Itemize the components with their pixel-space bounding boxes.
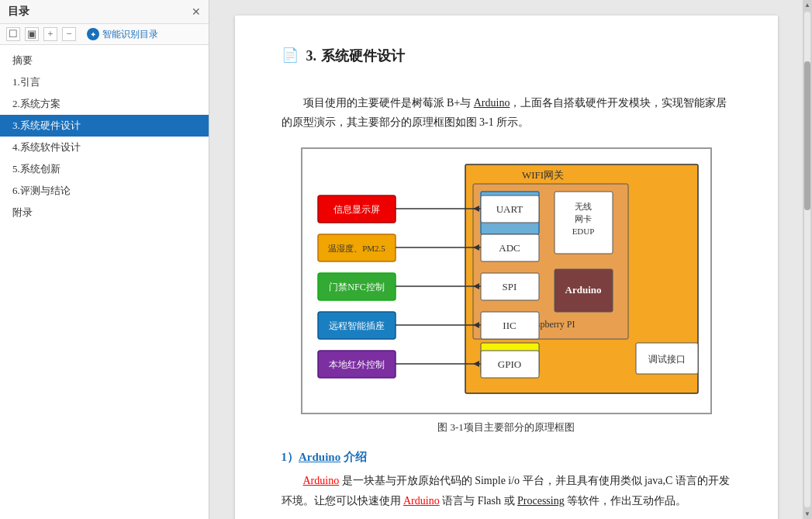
processing-ref: Processing: [517, 495, 565, 507]
page-icon: 📄: [282, 47, 299, 64]
info-display-box: 信息显示屏: [333, 204, 380, 215]
page-container[interactable]: 📄 3. 系统硬件设计 项目使用的主要硬件是树莓派 B+与 Arduino，上面…: [209, 0, 803, 519]
subsection-title: 1）Arduino 介绍: [282, 450, 731, 465]
toc-item-system[interactable]: 2.系统方案: [0, 93, 209, 115]
local-ir-box: 本地红外控制: [329, 359, 385, 370]
scroll-up-arrow[interactable]: ▲: [804, 2, 810, 9]
diagram: WIFI网关 Raspberry PI Python 无线 网卡 EDUP: [301, 147, 712, 414]
wireless-line1: 无线: [575, 202, 592, 211]
sidebar-toolbar: ☐ ▣ + − ✦ 智能识别目录: [0, 24, 209, 45]
scroll-down-arrow[interactable]: ▼: [804, 510, 810, 517]
remote-socket-box: 远程智能插座: [329, 320, 385, 331]
toc-item-software[interactable]: 4.系统软件设计: [0, 137, 209, 158]
toolbar-icon-minus[interactable]: −: [62, 27, 76, 41]
adc-box: ADC: [499, 242, 520, 254]
toc-list: 摘要1.引言2.系统方案3.系统硬件设计4.系统软件设计5.系统创新6.评测与结…: [0, 45, 209, 519]
arduino-label: Arduino: [565, 284, 601, 296]
smart-toc-label: 智能识别目录: [102, 28, 158, 41]
toolbar-icon-check[interactable]: ☐: [6, 27, 20, 41]
temp-humidity-box: 温湿度、PM2.5: [328, 244, 385, 253]
toc-item-abstract[interactable]: 摘要: [0, 50, 209, 71]
scroll-thumb: [804, 61, 810, 210]
diagram-wrapper: WIFI网关 Raspberry PI Python 无线 网卡 EDUP: [282, 147, 731, 434]
section-title: 3. 系统硬件设计: [306, 47, 406, 65]
section-number: 3.: [306, 48, 317, 64]
page-content: 📄 3. 系统硬件设计 项目使用的主要硬件是树莓派 B+与 Arduino，上面…: [235, 16, 778, 519]
sidebar-close-button[interactable]: ✕: [192, 5, 201, 19]
paragraph-1: 项目使用的主要硬件是树莓派 B+与 Arduino，上面各自搭载硬件开发模块，实…: [282, 93, 731, 132]
arduino-ref-2: Arduino: [403, 495, 440, 507]
smart-toc-button[interactable]: ✦ 智能识别目录: [87, 28, 158, 41]
toc-item-evaluation[interactable]: 6.评测与结论: [0, 180, 209, 202]
sidebar-title: 目录: [8, 5, 29, 19]
sidebar: 目录 ✕ ☐ ▣ + − ✦ 智能识别目录 摘要1.引言2.系统方案3.系统硬件…: [0, 0, 209, 519]
subsection-rest: 介绍: [340, 451, 367, 463]
iic-box: IIC: [503, 320, 516, 331]
right-scrollbar[interactable]: ▲ ▼: [803, 0, 812, 519]
toc-item-hardware[interactable]: 3.系统硬件设计: [0, 115, 209, 137]
toc-item-appendix[interactable]: 附录: [0, 202, 209, 223]
gpio-box: GPIO: [497, 358, 520, 370]
paragraph-2: Arduino 是一块基与开放原始代码的 Simple i/o 平台，并且具有使…: [282, 471, 731, 510]
toolbar-icon-plus[interactable]: +: [43, 27, 57, 41]
scroll-track: [804, 12, 810, 507]
uart-box: UART: [496, 203, 523, 215]
wireless-line3: EDUP: [572, 227, 594, 236]
diagram-svg: WIFI网关 Raspberry PI Python 无线 网卡 EDUP: [310, 157, 706, 405]
section-heading: 系统硬件设计: [321, 47, 405, 65]
smart-toc-icon: ✦: [87, 28, 99, 40]
door-nfc-box: 门禁NFC控制: [329, 282, 384, 292]
wifi-label: WIFI网关: [521, 169, 563, 181]
wireless-line2: 网卡: [575, 214, 592, 223]
subsection-prefix: 1）: [282, 451, 299, 463]
arduino-ref-1: Arduino: [303, 475, 340, 486]
diagram-caption: 图 3-1项目主要部分的原理框图: [437, 420, 575, 434]
spi-box: SPI: [502, 281, 517, 292]
subsection-heading: Arduino: [299, 451, 340, 463]
toc-item-intro[interactable]: 1.引言: [0, 71, 209, 93]
debug-label: 调试接口: [648, 354, 686, 365]
main-area: 📄 3. 系统硬件设计 项目使用的主要硬件是树莓派 B+与 Arduino，上面…: [209, 0, 803, 519]
sidebar-header: 目录 ✕: [0, 0, 209, 24]
toc-item-innovation[interactable]: 5.系统创新: [0, 158, 209, 180]
toolbar-icon-square[interactable]: ▣: [25, 27, 39, 41]
